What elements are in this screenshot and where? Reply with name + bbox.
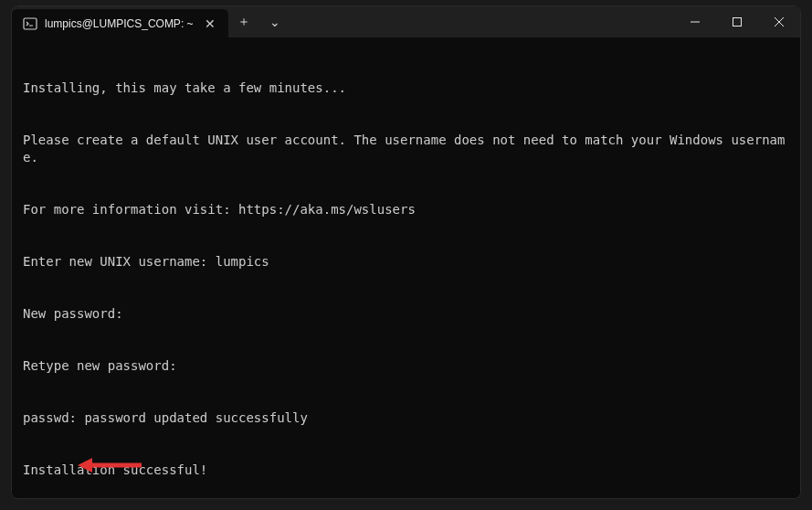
tab-dropdown-button[interactable]: ⌄ [259,6,290,37]
output-line: Enter new UNIX username: lumpics [23,253,789,271]
output-line: For more information visit: https://aka.… [23,201,789,218]
tab-close-button[interactable]: ✕ [201,15,219,33]
svg-rect-1 [733,18,742,27]
titlebar-drag-region[interactable] [290,6,674,37]
maximize-button[interactable] [716,6,758,37]
terminal-window: lumpics@LUMPICS_COMP: ~ ✕ ＋ ⌄ Installing… [11,5,801,499]
output-line: Installation successful! [23,462,789,479]
titlebar: lumpics@LUMPICS_COMP: ~ ✕ ＋ ⌄ [12,6,800,37]
output-line: passwd: password updated successfully [23,409,789,427]
minimize-button[interactable] [674,6,716,37]
tab-active[interactable]: lumpics@LUMPICS_COMP: ~ ✕ [12,9,228,37]
output-line: Please create a default UNIX user accoun… [23,132,789,166]
svg-rect-0 [24,18,37,29]
close-window-button[interactable] [758,6,800,37]
tab-title: lumpics@LUMPICS_COMP: ~ [45,17,194,30]
output-line: Installing, this may take a few minutes.… [23,80,789,97]
terminal-body[interactable]: Installing, this may take a few minutes.… [12,37,800,498]
output-line: Retype new password: [23,357,789,375]
terminal-icon [23,16,37,31]
window-controls [674,6,800,37]
new-tab-button[interactable]: ＋ [228,6,259,37]
output-line: New password: [23,305,789,323]
